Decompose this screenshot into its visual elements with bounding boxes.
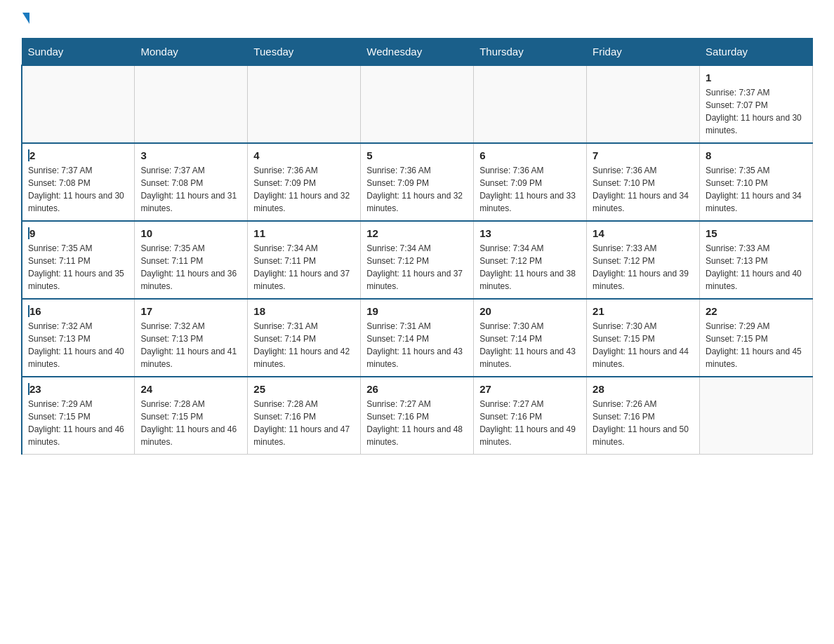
day-info: Sunrise: 7:30 AMSunset: 7:14 PMDaylight:… [479, 320, 581, 370]
day-number: 2 [28, 149, 128, 161]
header-friday: Friday [587, 39, 700, 66]
calendar-cell: 12Sunrise: 7:34 AMSunset: 7:12 PMDayligh… [361, 221, 474, 299]
calendar-cell: 2Sunrise: 7:37 AMSunset: 7:08 PMDaylight… [22, 143, 135, 221]
day-info: Sunrise: 7:36 AMSunset: 7:09 PMDaylight:… [253, 164, 355, 215]
days-header-row: Sunday Monday Tuesday Wednesday Thursday… [22, 39, 813, 66]
day-number: 21 [593, 305, 694, 317]
day-info: Sunrise: 7:31 AMSunset: 7:14 PMDaylight:… [366, 320, 468, 370]
calendar-cell: 8Sunrise: 7:35 AMSunset: 7:10 PMDaylight… [700, 143, 813, 221]
day-info: Sunrise: 7:34 AMSunset: 7:12 PMDaylight:… [366, 242, 468, 293]
day-number: 14 [593, 227, 694, 239]
day-number: 27 [479, 383, 581, 395]
calendar-week-row: 16Sunrise: 7:32 AMSunset: 7:13 PMDayligh… [22, 299, 813, 377]
day-info: Sunrise: 7:35 AMSunset: 7:11 PMDaylight:… [28, 242, 128, 293]
calendar-cell: 16Sunrise: 7:32 AMSunset: 7:13 PMDayligh… [22, 299, 135, 377]
calendar-cell: 28Sunrise: 7:26 AMSunset: 7:16 PMDayligh… [587, 377, 700, 455]
day-number: 3 [140, 149, 241, 161]
calendar-cell: 4Sunrise: 7:36 AMSunset: 7:09 PMDaylight… [248, 143, 361, 221]
calendar-cell [22, 65, 135, 143]
day-info: Sunrise: 7:32 AMSunset: 7:13 PMDaylight:… [28, 320, 128, 370]
day-number: 12 [366, 227, 468, 239]
day-info: Sunrise: 7:26 AMSunset: 7:16 PMDaylight:… [593, 398, 694, 448]
day-number: 17 [140, 305, 241, 317]
calendar-cell: 6Sunrise: 7:36 AMSunset: 7:09 PMDaylight… [474, 143, 587, 221]
page-header [21, 14, 813, 25]
header-saturday: Saturday [700, 39, 813, 66]
calendar-cell: 3Sunrise: 7:37 AMSunset: 7:08 PMDaylight… [135, 143, 248, 221]
calendar-cell [361, 65, 474, 143]
calendar-cell [587, 65, 700, 143]
calendar-cell: 20Sunrise: 7:30 AMSunset: 7:14 PMDayligh… [474, 299, 587, 377]
day-info: Sunrise: 7:34 AMSunset: 7:11 PMDaylight:… [253, 242, 355, 293]
header-tuesday: Tuesday [248, 39, 361, 66]
calendar-cell: 24Sunrise: 7:28 AMSunset: 7:15 PMDayligh… [135, 377, 248, 455]
day-number: 20 [479, 305, 581, 317]
day-number: 9 [28, 227, 128, 239]
calendar-cell: 9Sunrise: 7:35 AMSunset: 7:11 PMDaylight… [22, 221, 135, 299]
day-info: Sunrise: 7:30 AMSunset: 7:15 PMDaylight:… [593, 320, 694, 370]
day-info: Sunrise: 7:33 AMSunset: 7:13 PMDaylight:… [706, 242, 807, 293]
day-number: 8 [706, 149, 807, 161]
day-number: 25 [253, 383, 355, 395]
calendar-week-row: 2Sunrise: 7:37 AMSunset: 7:08 PMDaylight… [22, 143, 813, 221]
day-number: 18 [253, 305, 355, 317]
day-info: Sunrise: 7:36 AMSunset: 7:10 PMDaylight:… [593, 164, 694, 215]
day-number: 16 [28, 305, 128, 317]
day-number: 22 [706, 305, 807, 317]
logo-triangle-icon [22, 13, 29, 24]
day-info: Sunrise: 7:27 AMSunset: 7:16 PMDaylight:… [479, 398, 581, 448]
calendar-cell: 19Sunrise: 7:31 AMSunset: 7:14 PMDayligh… [361, 299, 474, 377]
header-sunday: Sunday [22, 39, 135, 66]
day-number: 10 [140, 227, 241, 239]
calendar-week-row: 1Sunrise: 7:37 AMSunset: 7:07 PMDaylight… [22, 65, 813, 143]
day-info: Sunrise: 7:37 AMSunset: 7:07 PMDaylight:… [706, 86, 807, 137]
calendar-cell: 18Sunrise: 7:31 AMSunset: 7:14 PMDayligh… [248, 299, 361, 377]
header-monday: Monday [135, 39, 248, 66]
day-info: Sunrise: 7:35 AMSunset: 7:11 PMDaylight:… [140, 242, 241, 293]
day-number: 1 [706, 72, 807, 83]
day-info: Sunrise: 7:32 AMSunset: 7:13 PMDaylight:… [140, 320, 241, 370]
calendar-cell: 27Sunrise: 7:27 AMSunset: 7:16 PMDayligh… [474, 377, 587, 455]
calendar-cell: 10Sunrise: 7:35 AMSunset: 7:11 PMDayligh… [135, 221, 248, 299]
calendar-cell: 7Sunrise: 7:36 AMSunset: 7:10 PMDaylight… [587, 143, 700, 221]
day-info: Sunrise: 7:37 AMSunset: 7:08 PMDaylight:… [140, 164, 241, 215]
calendar-cell: 26Sunrise: 7:27 AMSunset: 7:16 PMDayligh… [361, 377, 474, 455]
day-number: 13 [479, 227, 581, 239]
calendar-cell: 14Sunrise: 7:33 AMSunset: 7:12 PMDayligh… [587, 221, 700, 299]
day-info: Sunrise: 7:37 AMSunset: 7:08 PMDaylight:… [28, 164, 128, 215]
day-info: Sunrise: 7:28 AMSunset: 7:15 PMDaylight:… [140, 398, 241, 448]
day-number: 11 [253, 227, 355, 239]
calendar-cell: 11Sunrise: 7:34 AMSunset: 7:11 PMDayligh… [248, 221, 361, 299]
calendar-cell: 25Sunrise: 7:28 AMSunset: 7:16 PMDayligh… [248, 377, 361, 455]
header-wednesday: Wednesday [361, 39, 474, 66]
day-info: Sunrise: 7:28 AMSunset: 7:16 PMDaylight:… [253, 398, 355, 448]
logo [21, 14, 29, 25]
day-number: 15 [706, 227, 807, 239]
calendar-cell: 15Sunrise: 7:33 AMSunset: 7:13 PMDayligh… [700, 221, 813, 299]
day-info: Sunrise: 7:29 AMSunset: 7:15 PMDaylight:… [706, 320, 807, 370]
calendar-table: Sunday Monday Tuesday Wednesday Thursday… [21, 38, 813, 455]
calendar-week-row: 9Sunrise: 7:35 AMSunset: 7:11 PMDaylight… [22, 221, 813, 299]
calendar-cell [248, 65, 361, 143]
day-info: Sunrise: 7:34 AMSunset: 7:12 PMDaylight:… [479, 242, 581, 293]
day-number: 26 [366, 383, 468, 395]
calendar-cell: 1Sunrise: 7:37 AMSunset: 7:07 PMDaylight… [700, 65, 813, 143]
day-number: 24 [140, 383, 241, 395]
day-number: 4 [253, 149, 355, 161]
calendar-week-row: 23Sunrise: 7:29 AMSunset: 7:15 PMDayligh… [22, 377, 813, 455]
day-info: Sunrise: 7:31 AMSunset: 7:14 PMDaylight:… [253, 320, 355, 370]
calendar-cell [474, 65, 587, 143]
day-info: Sunrise: 7:27 AMSunset: 7:16 PMDaylight:… [366, 398, 468, 448]
day-info: Sunrise: 7:29 AMSunset: 7:15 PMDaylight:… [28, 398, 128, 448]
calendar-cell [700, 377, 813, 455]
header-thursday: Thursday [474, 39, 587, 66]
day-number: 28 [593, 383, 694, 395]
calendar-cell: 5Sunrise: 7:36 AMSunset: 7:09 PMDaylight… [361, 143, 474, 221]
day-info: Sunrise: 7:33 AMSunset: 7:12 PMDaylight:… [593, 242, 694, 293]
calendar-cell [135, 65, 248, 143]
day-info: Sunrise: 7:35 AMSunset: 7:10 PMDaylight:… [706, 164, 807, 215]
day-info: Sunrise: 7:36 AMSunset: 7:09 PMDaylight:… [366, 164, 468, 215]
calendar-cell: 17Sunrise: 7:32 AMSunset: 7:13 PMDayligh… [135, 299, 248, 377]
day-number: 23 [28, 383, 128, 395]
calendar-cell: 13Sunrise: 7:34 AMSunset: 7:12 PMDayligh… [474, 221, 587, 299]
